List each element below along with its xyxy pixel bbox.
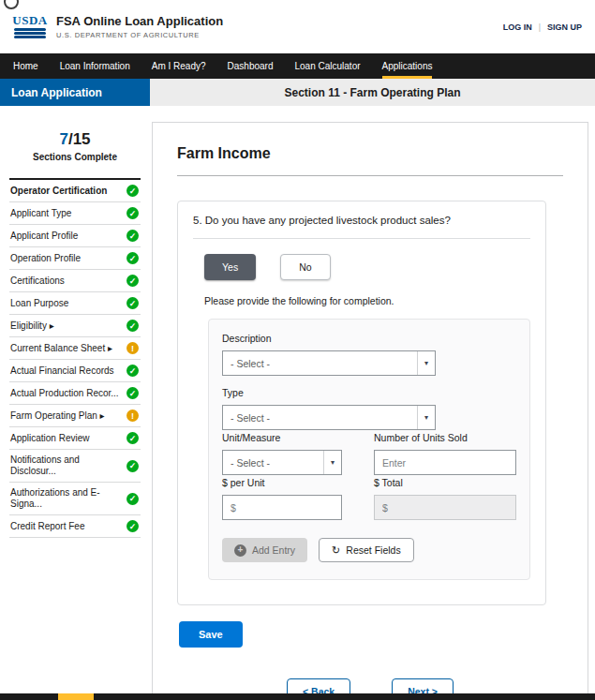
footer-accent-block	[58, 693, 94, 700]
type-label: Type	[222, 387, 516, 398]
usda-logo: USDA	[13, 14, 47, 39]
reset-fields-button[interactable]: ↻ Reset Fields	[319, 538, 414, 562]
status-icon	[126, 297, 139, 309]
sidebar-item-credit-report-fee[interactable]: Credit Report Fee	[9, 515, 141, 538]
units-sold-input[interactable]	[374, 450, 516, 475]
question-text: 5. Do you have any projected livestock p…	[193, 215, 530, 239]
progress-value: 7	[59, 130, 67, 148]
status-icon	[126, 520, 139, 532]
yes-button[interactable]: Yes	[204, 254, 256, 280]
unit-measure-select-value: - Select -	[231, 457, 270, 469]
usda-logo-text: USDA	[12, 14, 47, 26]
add-entry-label: Add Entry	[252, 544, 295, 556]
progress-caption: Sections Complete	[9, 152, 141, 162]
status-icon	[126, 342, 139, 354]
sidebar-item-applicant-type[interactable]: Applicant Type	[9, 202, 141, 225]
add-entry-button[interactable]: + Add Entry	[222, 538, 307, 562]
status-icon	[126, 432, 139, 444]
subheader: Loan Application Section 11 - Farm Opera…	[0, 79, 595, 106]
nav-item-home[interactable]: Home	[13, 53, 38, 79]
unit-measure-select[interactable]: - Select - ▾	[222, 450, 342, 475]
chevron-down-icon: ▾	[417, 351, 435, 375]
sidebar-item-label: Current Balance Sheet ▸	[10, 343, 112, 354]
usda-logo-stripes	[14, 28, 46, 39]
sidebar-item-operator-certification[interactable]: Operator Certification	[9, 180, 141, 202]
yes-no-toggle: Yes No	[204, 254, 530, 280]
per-unit-label: $ per Unit	[222, 477, 342, 488]
per-unit-input[interactable]	[222, 495, 342, 520]
status-icon	[126, 185, 139, 197]
description-select-value: - Select -	[231, 358, 270, 369]
sidebar-item-label: Actual Financial Records	[10, 365, 114, 377]
sidebar-item-label: Loan Purpose	[10, 298, 68, 309]
sidebar-item-label: Operator Certification	[10, 186, 107, 197]
chevron-down-icon: ▾	[417, 406, 435, 429]
sidebar-item-label: Farm Operating Plan ▸	[10, 410, 105, 422]
sidebar-item-authorizations-and-esignature[interactable]: Authorizations and E-Signa...	[9, 483, 141, 515]
unit-row: Unit/Measure - Select - ▾ Number of Unit…	[222, 430, 516, 475]
sidebar-item-label: Applicant Type	[10, 208, 71, 219]
content-area: 7/15 Sections Complete Operator Certific…	[0, 106, 595, 700]
sections-sidebar: 7/15 Sections Complete Operator Certific…	[0, 106, 148, 700]
status-icon	[126, 275, 139, 287]
progress-box: 7/15 Sections Complete	[9, 130, 141, 162]
nav-item-dashboard[interactable]: Dashboard	[228, 53, 274, 79]
sidebar-item-label: Certifications	[10, 276, 65, 287]
sidebar-item-label: Actual Production Recor...	[10, 388, 119, 399]
reset-icon: ↻	[332, 545, 340, 556]
section-list: Operator Certification Applicant Type Ap…	[9, 178, 141, 538]
plus-circle-icon: +	[234, 544, 246, 557]
status-icon	[126, 493, 139, 505]
section-title: Section 11 - Farm Operating Plan	[150, 79, 595, 106]
sidebar-item-label: Notifications and Disclosur...	[10, 454, 123, 477]
sidebar-item-label: Application Review	[10, 433, 90, 444]
sidebar-item-certifications[interactable]: Certifications	[9, 270, 141, 292]
title-divider	[177, 175, 563, 176]
sidebar-item-actual-production-records[interactable]: Actual Production Recor...	[9, 382, 141, 405]
nav-item-loan-calculator[interactable]: Loan Calculator	[294, 53, 360, 79]
sidebar-item-label: Applicant Profile	[10, 231, 78, 242]
type-select[interactable]: - Select - ▾	[222, 405, 436, 430]
panel-buttons: + Add Entry ↻ Reset Fields	[222, 538, 516, 562]
dollar-row: $ per Unit $ Total	[222, 475, 516, 520]
nav-item-loan-information[interactable]: Loan Information	[60, 53, 130, 79]
nav-item-am-i-ready[interactable]: Am I Ready?	[152, 53, 206, 79]
top-header: USDA FSA Online Loan Application U.S. DE…	[0, 0, 595, 53]
auth-divider: |	[539, 22, 541, 32]
reset-fields-label: Reset Fields	[346, 544, 400, 556]
sidebar-item-application-review[interactable]: Application Review	[9, 427, 141, 450]
sidebar-item-loan-purpose[interactable]: Loan Purpose	[9, 292, 141, 315]
instruction-text: Please provide the following for complet…	[204, 295, 530, 306]
sidebar-item-notifications-and-disclosures[interactable]: Notifications and Disclosur...	[9, 450, 141, 483]
description-label: Description	[222, 333, 516, 344]
nav-item-applications[interactable]: Applications	[382, 53, 433, 79]
status-icon	[126, 230, 139, 242]
sidebar-item-eligibility[interactable]: Eligibility ▸	[9, 315, 141, 337]
app-title-block: FSA Online Loan Application U.S. DEPARTM…	[56, 14, 223, 39]
farm-income-form-panel: Description - Select - ▾ Type - Select -…	[208, 319, 530, 580]
log-in-link[interactable]: LOG IN	[503, 22, 532, 32]
sidebar-item-label: Eligibility ▸	[10, 320, 54, 332]
chevron-down-icon: ▾	[323, 451, 341, 474]
footer-strip	[0, 693, 595, 700]
sidebar-item-label: Operation Profile	[10, 253, 81, 264]
sidebar-item-farm-operating-plan[interactable]: Farm Operating Plan ▸	[9, 405, 141, 427]
question-card: 5. Do you have any projected livestock p…	[177, 201, 546, 605]
progress-total: /15	[68, 130, 91, 148]
units-sold-label: Number of Units Sold	[374, 432, 516, 443]
sign-up-link[interactable]: SIGN UP	[547, 22, 582, 32]
unit-measure-label: Unit/Measure	[222, 432, 342, 443]
status-icon	[126, 460, 139, 472]
status-icon	[126, 207, 139, 219]
description-select[interactable]: - Select - ▾	[222, 350, 436, 376]
sidebar-item-operation-profile[interactable]: Operation Profile	[9, 247, 141, 270]
cursor-artifact-circle	[4, 0, 19, 9]
main-card: Farm Income 5. Do you have any projected…	[152, 122, 588, 700]
sidebar-item-applicant-profile[interactable]: Applicant Profile	[9, 225, 141, 247]
status-icon	[126, 410, 139, 422]
no-button[interactable]: No	[280, 254, 330, 280]
sidebar-item-current-balance-sheet[interactable]: Current Balance Sheet ▸	[9, 337, 141, 360]
save-button[interactable]: Save	[179, 621, 243, 648]
status-icon	[126, 365, 139, 377]
sidebar-item-actual-financial-records[interactable]: Actual Financial Records	[9, 360, 141, 382]
